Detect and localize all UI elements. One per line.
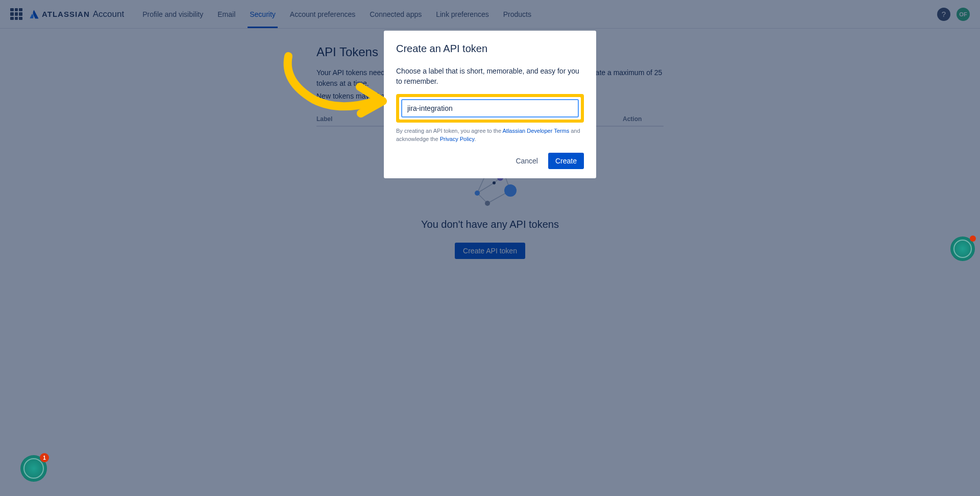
create-token-modal: Create an API token Choose a label that … — [384, 31, 596, 178]
help-widget-bottom[interactable]: 1 — [20, 455, 47, 482]
cancel-button[interactable]: Cancel — [509, 153, 544, 169]
terms-suffix: . — [474, 136, 476, 142]
create-button[interactable]: Create — [548, 153, 584, 169]
widget-badge: 1 — [40, 453, 49, 462]
token-label-input[interactable] — [401, 99, 579, 117]
privacy-policy-link[interactable]: Privacy Policy — [440, 136, 475, 142]
terms-text: By creating an API token, you agree to t… — [396, 127, 584, 144]
developer-terms-link[interactable]: Atlassian Developer Terms — [503, 128, 570, 134]
input-highlight — [396, 94, 584, 123]
modal-actions: Cancel Create — [396, 153, 584, 169]
help-widget-right[interactable] — [950, 237, 975, 261]
modal-title: Create an API token — [396, 43, 584, 55]
modal-description: Choose a label that is short, memorable,… — [396, 66, 584, 87]
widget-dot — [970, 235, 976, 242]
terms-prefix: By creating an API token, you agree to t… — [396, 128, 503, 134]
widget-circle-icon — [950, 237, 975, 261]
widget-circle-icon: 1 — [20, 455, 47, 482]
